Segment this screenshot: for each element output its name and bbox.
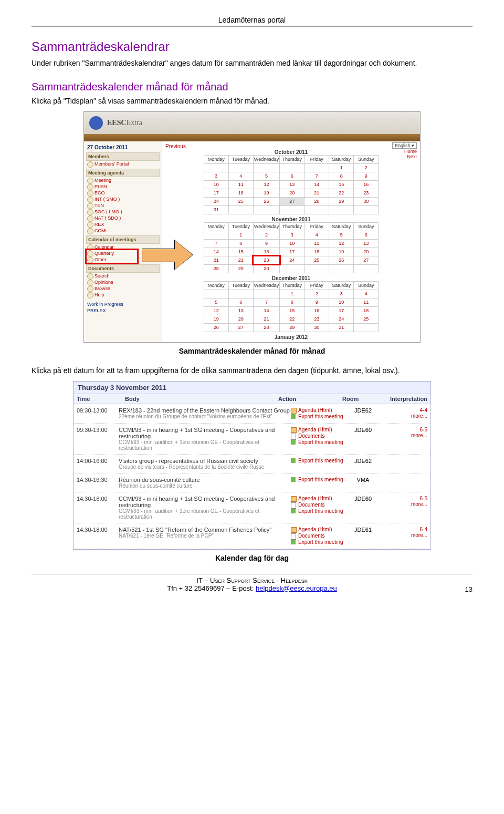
action-export[interactable]: Export this meeting: [291, 414, 349, 419]
calendar-day[interactable]: 29: [280, 323, 304, 332]
calendar-day[interactable]: 13: [280, 180, 304, 189]
action-documents[interactable]: Documents: [291, 533, 349, 539]
action-agenda[interactable]: Agenda (Html): [291, 496, 349, 501]
calendar-day[interactable]: [253, 205, 279, 214]
calendar-day[interactable]: 8: [228, 239, 253, 248]
calendar-day[interactable]: 19: [204, 315, 228, 323]
calendar-day[interactable]: 30: [354, 197, 379, 205]
calendar-day[interactable]: [228, 290, 253, 298]
calendar-day[interactable]: [228, 163, 253, 172]
action-agenda[interactable]: Agenda (Html): [291, 407, 349, 413]
more-link[interactable]: more...: [411, 501, 427, 507]
more-link[interactable]: more...: [411, 413, 427, 419]
calendar-day[interactable]: 4: [304, 231, 329, 239]
calendar-day[interactable]: 2: [354, 163, 379, 172]
calendar-day[interactable]: 7: [204, 239, 228, 248]
calendar-day[interactable]: 5: [253, 172, 279, 180]
calendar-day[interactable]: 11: [304, 239, 329, 248]
calendar-day[interactable]: 1: [329, 163, 354, 172]
calendar-day[interactable]: 24: [329, 315, 354, 323]
calendar-day[interactable]: [280, 205, 304, 214]
calendar-day[interactable]: 18: [304, 248, 329, 256]
calendar-day[interactable]: 14: [204, 248, 228, 256]
calendar-day[interactable]: 9: [354, 172, 379, 180]
calendar-day[interactable]: [253, 290, 279, 298]
action-documents[interactable]: Documents: [291, 433, 349, 439]
calendar-day[interactable]: 10: [329, 298, 354, 306]
calendar-day[interactable]: [204, 231, 228, 239]
calendar-day[interactable]: [280, 264, 304, 273]
sidebar-item[interactable]: CCMI: [86, 228, 160, 234]
calendar-day[interactable]: [304, 205, 329, 214]
calendar-day[interactable]: 28: [204, 264, 228, 273]
calendar-day[interactable]: 12: [204, 306, 228, 315]
calendar-day[interactable]: 29: [329, 197, 354, 205]
calendar-day[interactable]: 17: [204, 189, 228, 197]
sidebar-item[interactable]: PLEN: [86, 183, 160, 190]
calendar-day[interactable]: 31: [204, 205, 228, 214]
nav-next[interactable]: Next: [407, 154, 417, 159]
calendar-day[interactable]: 26: [329, 256, 354, 264]
calendar-day[interactable]: 2: [253, 231, 279, 239]
action-export[interactable]: Export this meeting: [291, 458, 349, 463]
sidebar-bottom-link[interactable]: PRELEX: [86, 307, 160, 314]
calendar-day[interactable]: 19: [253, 189, 279, 197]
calendar-day[interactable]: 9: [253, 239, 279, 248]
calendar-day[interactable]: 6: [354, 231, 379, 239]
calendar-day[interactable]: 20: [280, 189, 304, 197]
calendar-day[interactable]: 21: [253, 315, 279, 323]
calendar-day[interactable]: 8: [280, 298, 304, 306]
action-export[interactable]: Export this meeting: [291, 439, 349, 445]
calendar-day[interactable]: 3: [329, 290, 354, 298]
calendar-day[interactable]: [304, 163, 329, 172]
calendar-day[interactable]: 24: [204, 197, 228, 205]
calendar-day[interactable]: 2: [304, 290, 329, 298]
action-documents[interactable]: Documents: [291, 502, 349, 508]
sidebar-item[interactable]: SOC ( LMO ): [86, 209, 160, 215]
more-link[interactable]: more...: [411, 432, 427, 438]
calendar-day[interactable]: 27: [228, 323, 253, 332]
nav-home[interactable]: Home: [404, 149, 417, 154]
calendar-day[interactable]: [354, 264, 379, 273]
calendar-day[interactable]: 16: [304, 306, 329, 315]
calendar-day[interactable]: 23: [354, 189, 379, 197]
calendar-day[interactable]: 18: [354, 306, 379, 315]
sidebar-item[interactable]: Search: [86, 273, 160, 279]
sidebar-item[interactable]: REX: [86, 221, 160, 228]
calendar-day[interactable]: 30: [253, 264, 279, 273]
sidebar-item[interactable]: NAT ( SDO ): [86, 215, 160, 221]
calendar-day[interactable]: 4: [228, 172, 253, 180]
calendar-day[interactable]: 9: [304, 298, 329, 306]
sidebar-item[interactable]: Help: [86, 292, 160, 298]
calendar-day[interactable]: 15: [280, 306, 304, 315]
next-month-label[interactable]: January 2012: [197, 334, 386, 340]
action-agenda[interactable]: Agenda (Html): [291, 427, 349, 432]
calendar-day[interactable]: 5: [204, 298, 228, 306]
calendar-day[interactable]: 31: [329, 323, 354, 332]
calendar-day[interactable]: [304, 264, 329, 273]
calendar-day[interactable]: 15: [329, 180, 354, 189]
calendar-day[interactable]: 29: [228, 264, 253, 273]
calendar-day[interactable]: 22: [329, 189, 354, 197]
calendar-day[interactable]: 14: [253, 306, 279, 315]
calendar-day[interactable]: 27: [280, 197, 304, 205]
sidebar-bottom-link[interactable]: Work in Progress: [86, 301, 160, 307]
calendar-day[interactable]: 11: [354, 298, 379, 306]
calendar-day[interactable]: 7: [304, 172, 329, 180]
calendar-day[interactable]: 10: [204, 180, 228, 189]
calendar-day[interactable]: 26: [253, 197, 279, 205]
sidebar-item[interactable]: Members' Portal: [86, 161, 160, 167]
calendar-day[interactable]: [329, 205, 354, 214]
action-export[interactable]: Export this meeting: [291, 508, 349, 514]
action-agenda[interactable]: Agenda (Html): [291, 527, 349, 532]
calendar-day[interactable]: [204, 290, 228, 298]
calendar-day[interactable]: 28: [304, 197, 329, 205]
action-export[interactable]: Export this meeting: [291, 477, 349, 482]
calendar-day[interactable]: [354, 205, 379, 214]
action-export[interactable]: Export this meeting: [291, 539, 349, 545]
calendar-day[interactable]: 15: [228, 248, 253, 256]
calendar-day[interactable]: 4: [354, 290, 379, 298]
calendar-day[interactable]: 28: [253, 323, 279, 332]
calendar-day[interactable]: 27: [354, 256, 379, 264]
calendar-day[interactable]: 1: [228, 231, 253, 239]
